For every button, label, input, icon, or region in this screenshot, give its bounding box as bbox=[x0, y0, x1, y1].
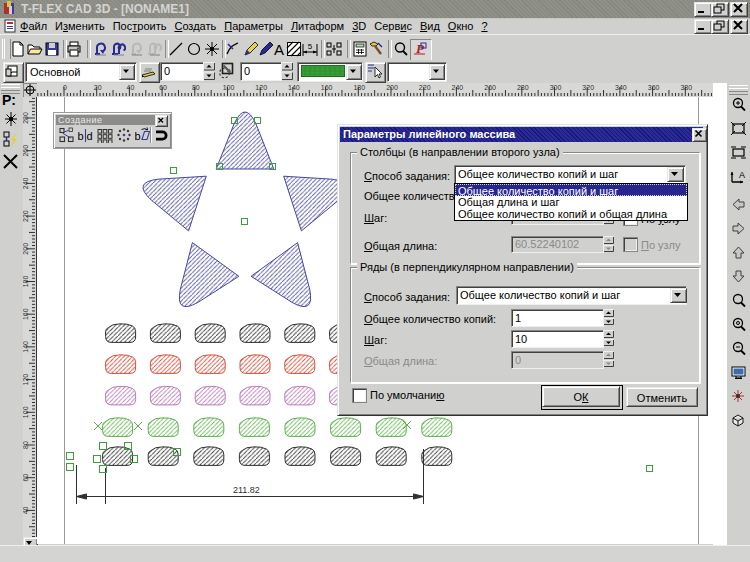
svg-text:180: 180 bbox=[353, 84, 365, 91]
svg-text:220: 220 bbox=[23, 210, 29, 222]
svg-text:220: 220 bbox=[419, 84, 431, 91]
svg-text:260: 260 bbox=[23, 145, 29, 157]
svg-text:80: 80 bbox=[23, 441, 29, 449]
svg-text:b: b bbox=[135, 130, 141, 142]
svg-text:211.82: 211.82 bbox=[233, 485, 260, 495]
svg-text:160: 160 bbox=[23, 308, 29, 320]
svg-text:A: A bbox=[274, 41, 284, 57]
svg-text:5: 5 bbox=[308, 42, 313, 51]
svg-text:200: 200 bbox=[386, 84, 398, 91]
svg-text:A: A bbox=[739, 170, 745, 180]
svg-text:240: 240 bbox=[452, 84, 464, 91]
svg-text:80: 80 bbox=[192, 84, 200, 91]
svg-text:380: 380 bbox=[680, 84, 692, 91]
svg-text:300: 300 bbox=[550, 84, 562, 91]
svg-text:280: 280 bbox=[517, 84, 529, 91]
svg-text:60: 60 bbox=[23, 474, 29, 482]
svg-text:280: 280 bbox=[23, 112, 29, 124]
svg-text:20: 20 bbox=[94, 84, 102, 91]
svg-text:260: 260 bbox=[484, 84, 496, 91]
svg-text:100: 100 bbox=[223, 84, 235, 91]
svg-text:b: b bbox=[78, 130, 84, 142]
svg-text:320: 320 bbox=[582, 84, 594, 91]
svg-text:120: 120 bbox=[255, 84, 267, 91]
svg-text:60: 60 bbox=[159, 84, 167, 91]
svg-text:0: 0 bbox=[63, 84, 67, 91]
svg-text:140: 140 bbox=[23, 341, 29, 353]
svg-text:d: d bbox=[87, 130, 93, 142]
svg-text:160: 160 bbox=[321, 84, 333, 91]
svg-text:340: 340 bbox=[615, 84, 627, 91]
svg-text:200: 200 bbox=[23, 243, 29, 255]
svg-text:180: 180 bbox=[23, 276, 29, 288]
svg-text:140: 140 bbox=[288, 84, 300, 91]
svg-text:40: 40 bbox=[127, 84, 135, 91]
svg-text:120: 120 bbox=[23, 374, 29, 386]
svg-text:360: 360 bbox=[648, 84, 660, 91]
svg-text:100: 100 bbox=[23, 406, 29, 418]
svg-text:240: 240 bbox=[23, 177, 29, 189]
svg-text:40: 40 bbox=[23, 506, 29, 514]
